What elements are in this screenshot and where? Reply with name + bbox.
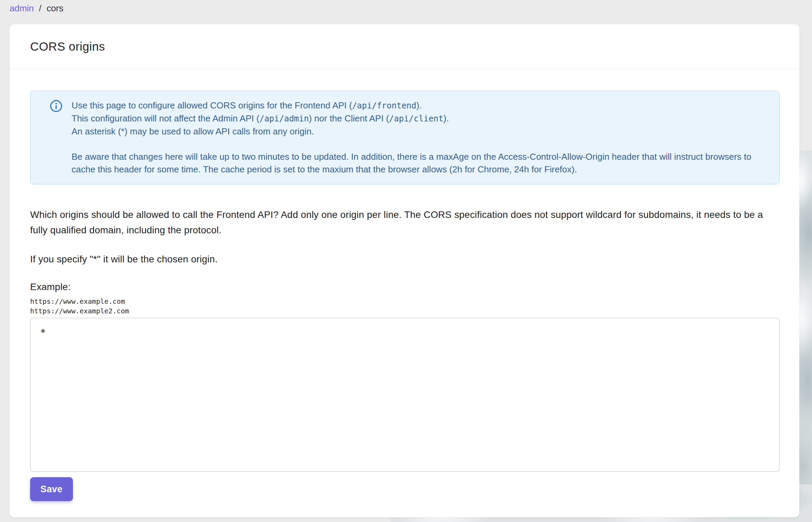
info-alert-text: Use this page to configure allowed CORS …: [72, 99, 769, 176]
info-line-frontend-api: Use this page to configure allowed CORS …: [72, 99, 769, 112]
info-circle-icon: [50, 100, 63, 113]
card-content: Use this page to configure allowed CORS …: [10, 69, 799, 501]
info-paragraph-caching: Be aware that changes here will take up …: [72, 151, 769, 176]
cors-origins-card: CORS origins Use this page to configure …: [10, 24, 799, 517]
breadcrumb-link-admin[interactable]: admin: [10, 1, 34, 15]
inline-code-api-frontend: /api/frontend: [352, 101, 416, 110]
description-wildcard: If you specify "*" it will be the chosen…: [30, 251, 779, 267]
cors-admin-page: admin / cors CORS origins Use this page …: [0, 0, 812, 522]
save-button[interactable]: Save: [30, 477, 73, 501]
cors-origins-textarea[interactable]: *: [30, 318, 779, 472]
breadcrumb: admin / cors: [10, 1, 63, 15]
inline-code-api-admin: /api/admin: [259, 114, 309, 123]
example-origins: https://www.example.com https://www.exam…: [30, 297, 779, 316]
card-header: CORS origins: [10, 24, 799, 69]
breadcrumb-separator: /: [39, 1, 41, 15]
example-label: Example:: [30, 279, 779, 295]
info-alert: Use this page to configure allowed CORS …: [30, 91, 779, 184]
info-line-admin-client-api: This configuration will not affect the A…: [72, 112, 769, 125]
breadcrumb-current-cors: cors: [47, 1, 63, 15]
info-line-asterisk: An asterisk (*) may be used to allow API…: [72, 125, 769, 138]
page-title: CORS origins: [30, 40, 105, 53]
inline-code-api-client: /api/client: [389, 114, 443, 123]
description-origins: Which origins should be allowed to call …: [30, 207, 779, 238]
